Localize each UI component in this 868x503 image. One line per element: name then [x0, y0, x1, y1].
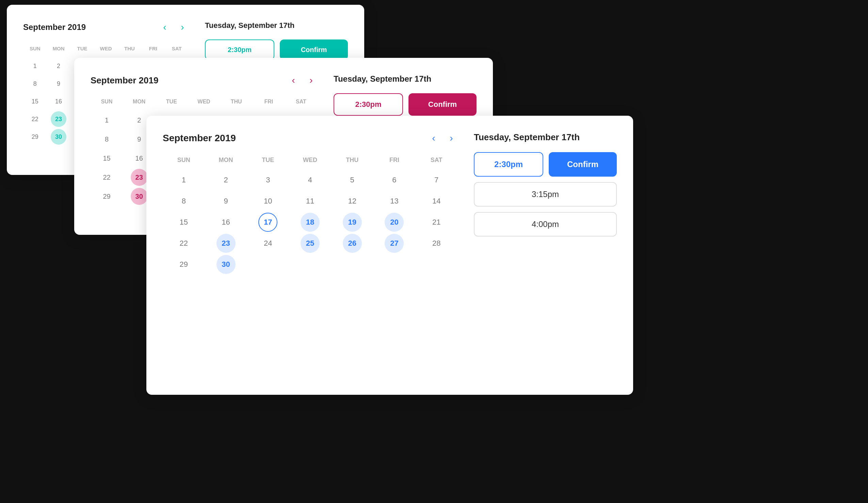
day-headers-teal: SUN MON TUE WED THU FRI SAT	[23, 43, 188, 54]
day-cell[interactable]: 11	[301, 192, 320, 211]
day-cell[interactable]: 3	[258, 170, 277, 190]
day-cell[interactable]: 8	[99, 131, 115, 148]
day-header-sun: SUN	[23, 43, 46, 54]
day-header: FRI	[373, 154, 416, 166]
nav-buttons-blue	[427, 132, 457, 144]
day-header: SUN	[163, 154, 205, 166]
day-cell-highlight[interactable]: 30	[217, 255, 236, 274]
next-month-pink[interactable]	[305, 74, 317, 86]
time-date-teal: Tuesday, September 17th	[205, 21, 348, 30]
day-cell-highlight[interactable]: 30	[51, 129, 66, 145]
day-cell[interactable]: 21	[427, 213, 446, 232]
day-cell-highlight[interactable]: 23	[217, 234, 236, 253]
day-cell[interactable]: 13	[385, 192, 404, 211]
day-cell[interactable]: 15	[27, 94, 43, 109]
day-cell[interactable]: 8	[174, 192, 193, 211]
day-cell[interactable]: 22	[174, 234, 193, 253]
day-cell[interactable]: 16	[217, 213, 236, 232]
day-cell-highlight[interactable]: 18	[301, 213, 320, 232]
day-cell[interactable]: 29	[99, 188, 115, 205]
day-header: MON	[205, 154, 247, 166]
calendar-month-blue: September 2019	[163, 133, 236, 144]
day-cell[interactable]: 9	[131, 131, 148, 148]
days-grid-blue: 1 2 3 4 5 6 7 8 9 10 11 12 13 14 15 16 1…	[163, 170, 457, 274]
day-cell[interactable]: 9	[217, 192, 236, 211]
day-cell[interactable]: 15	[174, 213, 193, 232]
day-cell[interactable]: 22	[99, 169, 115, 186]
day-cell[interactable]: 2	[217, 170, 236, 190]
next-month-blue[interactable]	[445, 132, 457, 144]
day-cell[interactable]: 6	[385, 170, 404, 190]
day-cell[interactable]: 2	[131, 112, 148, 129]
confirm-button-pink[interactable]: Confirm	[409, 93, 477, 116]
time-row-teal: 2:30pm Confirm	[205, 40, 348, 60]
day-cell[interactable]: 8	[27, 76, 43, 92]
day-cell[interactable]: 16	[131, 150, 148, 167]
day-cell[interactable]: 10	[258, 192, 277, 211]
day-headers-pink: SUN MON TUE WED THU FRI SAT	[91, 96, 317, 107]
calendar-blue: September 2019 SUN MON TUE WED THU FRI S…	[163, 132, 457, 378]
day-cell-highlight[interactable]: 20	[385, 213, 404, 232]
day-cell[interactable]: 28	[427, 234, 446, 253]
day-cell[interactable]: 16	[51, 94, 66, 109]
day-cell[interactable]: 2	[51, 58, 66, 74]
day-cell[interactable]: 15	[99, 150, 115, 167]
day-cell[interactable]: 29	[27, 129, 43, 145]
day-cell-highlight[interactable]: 25	[301, 234, 320, 253]
day-cell[interactable]: 14	[427, 192, 446, 211]
prev-month-blue[interactable]	[427, 132, 440, 144]
day-cell[interactable]: 9	[51, 76, 66, 92]
selected-time-pink[interactable]: 2:30pm	[333, 93, 403, 116]
time-date-pink: Tuesday, September 17th	[333, 74, 477, 84]
next-month-teal[interactable]	[176, 21, 188, 33]
day-header: MON	[123, 96, 155, 107]
time-row-pink: 2:30pm Confirm	[333, 93, 477, 116]
calendar-card-blue: September 2019 SUN MON TUE WED THU FRI S…	[146, 116, 633, 395]
day-header: SAT	[415, 154, 457, 166]
confirm-button-teal[interactable]: Confirm	[280, 40, 348, 60]
day-cell-selected[interactable]: 17	[258, 213, 277, 232]
day-cell-highlight[interactable]: 26	[343, 234, 362, 253]
day-cell-highlight[interactable]: 27	[385, 234, 404, 253]
day-cell-highlight[interactable]: 30	[131, 188, 148, 205]
day-header-tue: TUE	[71, 43, 94, 54]
day-cell-highlight[interactable]: 23	[131, 169, 148, 186]
day-cell[interactable]: 24	[258, 234, 277, 253]
time-option-blue-1[interactable]: 3:15pm	[474, 182, 617, 207]
day-header: WED	[289, 154, 331, 166]
prev-month-pink[interactable]	[287, 74, 300, 86]
calendar-month-teal: September 2019	[23, 22, 86, 32]
calendar-header-teal: September 2019	[23, 21, 188, 33]
day-cell-highlight[interactable]: 19	[343, 213, 362, 232]
nav-buttons-pink	[287, 74, 317, 86]
day-cell[interactable]: 1	[174, 170, 193, 190]
selected-time-blue[interactable]: 2:30pm	[474, 152, 543, 177]
day-header-thu: THU	[118, 43, 141, 54]
day-cell[interactable]: 1	[27, 58, 43, 74]
day-headers-blue: SUN MON TUE WED THU FRI SAT	[163, 154, 457, 166]
day-header: TUE	[247, 154, 289, 166]
selected-time-teal[interactable]: 2:30pm	[205, 40, 275, 60]
day-header: TUE	[155, 96, 188, 107]
day-header-wed: WED	[94, 43, 117, 54]
day-cell[interactable]: 1	[99, 112, 115, 129]
day-cell-highlight[interactable]: 23	[51, 111, 66, 127]
day-cell[interactable]: 4	[301, 170, 320, 190]
day-header: WED	[188, 96, 220, 107]
day-header: SUN	[91, 96, 123, 107]
nav-buttons-teal	[159, 21, 188, 33]
prev-month-teal[interactable]	[159, 21, 171, 33]
day-header: THU	[220, 96, 252, 107]
time-section-blue: Tuesday, September 17th 2:30pm Confirm 3…	[474, 132, 617, 378]
confirm-button-blue[interactable]: Confirm	[549, 152, 617, 177]
day-cell[interactable]: 22	[27, 111, 43, 127]
day-cell[interactable]: 7	[427, 170, 446, 190]
time-option-blue-2[interactable]: 4:00pm	[474, 212, 617, 237]
calendar-grid-blue: SUN MON TUE WED THU FRI SAT 1 2 3 4 5 6 …	[163, 154, 457, 274]
time-date-blue: Tuesday, September 17th	[474, 132, 617, 143]
day-cell[interactable]: 29	[174, 255, 193, 274]
day-header: FRI	[252, 96, 285, 107]
day-cell[interactable]: 12	[343, 192, 362, 211]
day-cell[interactable]: 5	[343, 170, 362, 190]
day-header-sat: SAT	[165, 43, 188, 54]
